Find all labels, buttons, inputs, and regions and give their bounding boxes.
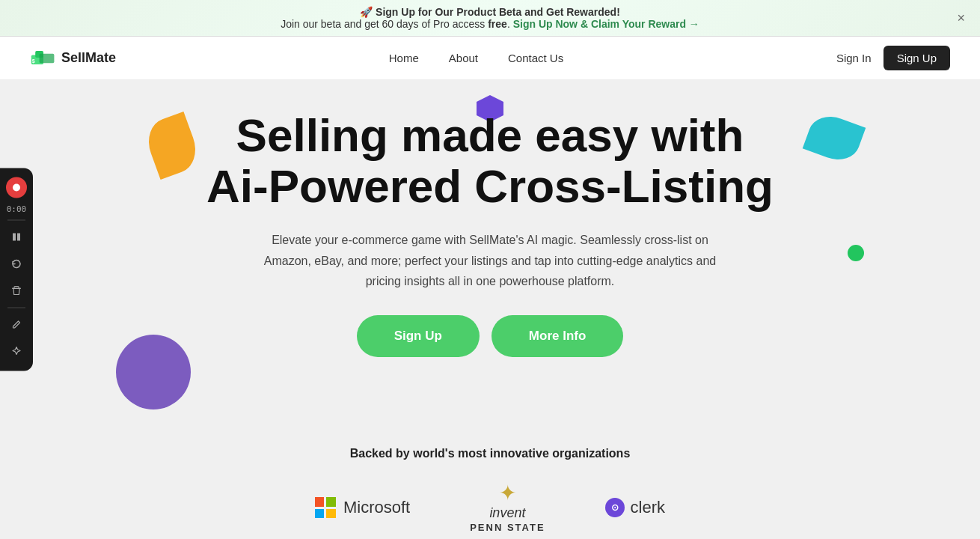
green-dot-decoration — [848, 245, 864, 261]
hero-more-info-button[interactable]: More Info — [491, 315, 624, 357]
banner-emoji: 🚀 — [360, 6, 373, 18]
ms-yellow — [326, 509, 336, 519]
microsoft-grid-icon — [315, 497, 336, 518]
banner-close-button[interactable]: × — [957, 11, 965, 25]
promo-banner: 🚀 Sign Up for Our Product Beta and Get R… — [0, 0, 980, 37]
logo-text: SellMate — [61, 50, 116, 66]
svg-point-0 — [13, 184, 20, 192]
logo-icon: $ — [30, 48, 57, 69]
backed-section: Backed by world's most innovative organi… — [0, 439, 980, 539]
recording-time: 0:00 — [7, 204, 27, 214]
banner-period: . — [507, 18, 513, 30]
hero-title-line2: Ai-Powered Cross-Listing — [206, 160, 774, 212]
undo-button[interactable] — [6, 254, 27, 275]
signin-link[interactable]: Sign In — [836, 52, 872, 64]
hero-section: Selling made easy with Ai-Powered Cross-… — [0, 80, 980, 439]
sidebar-divider — [7, 220, 25, 221]
edit-button[interactable] — [6, 314, 27, 335]
microsoft-logo: Microsoft — [315, 497, 410, 518]
clerk-text: clerk — [631, 498, 665, 517]
svg-rect-1 — [13, 234, 16, 241]
logo[interactable]: $ SellMate — [30, 48, 116, 69]
pause-button[interactable] — [6, 227, 27, 248]
banner-cta-link[interactable]: Sign Up Now & Claim Your Reward → — [513, 18, 699, 30]
sidebar-divider-2 — [7, 308, 25, 308]
hero-signup-button[interactable]: Sign Up — [357, 315, 480, 357]
ms-blue — [315, 509, 325, 519]
delete-button[interactable] — [6, 281, 27, 302]
invent-star-icon: ✦ — [499, 483, 516, 504]
banner-body: Join our beta and get 60 days of Pro acc… — [281, 18, 488, 30]
nav-contact[interactable]: Contact Us — [508, 52, 563, 64]
nav-about[interactable]: About — [449, 52, 478, 64]
hero-subtitle: Elevate your e-commerce game with SellMa… — [258, 230, 722, 291]
clerk-icon: ⊙ — [605, 498, 625, 517]
nav-links: Home About Contact Us — [389, 52, 563, 65]
recording-sidebar: 0:00 — [0, 168, 33, 371]
clerk-logo: ⊙ clerk — [605, 498, 665, 517]
banner-bold-text: Sign Up for Our Product Beta and Get Rew… — [376, 6, 620, 18]
penn-state-text: PENN STATE — [470, 522, 545, 533]
nav-home[interactable]: Home — [389, 52, 419, 64]
record-button[interactable] — [6, 177, 27, 198]
signup-nav-button[interactable]: Sign Up — [883, 46, 950, 70]
nav-auth: Sign In Sign Up — [836, 46, 950, 70]
invent-text: invent — [489, 505, 525, 522]
svg-text:$: $ — [32, 58, 35, 64]
hero-title: Selling made easy with Ai-Powered Cross-… — [15, 110, 965, 212]
svg-rect-6 — [40, 53, 55, 63]
partner-logos: Microsoft ✦ invent PENN STATE ⊙ clerk — [15, 483, 965, 533]
navbar: $ SellMate Home About Contact Us Sign In… — [0, 37, 980, 80]
microsoft-text: Microsoft — [343, 498, 410, 517]
invent-penn-state-logo: ✦ invent PENN STATE — [470, 483, 545, 533]
hero-buttons: Sign Up More Info — [15, 315, 965, 357]
banner-free: free — [488, 18, 507, 30]
svg-rect-2 — [17, 234, 20, 241]
magic-button[interactable] — [6, 341, 27, 362]
backed-title: Backed by world's most innovative organi… — [15, 447, 965, 460]
ms-green — [326, 497, 336, 507]
hero-title-line1: Selling made easy with — [236, 109, 744, 161]
ms-red — [315, 497, 325, 507]
